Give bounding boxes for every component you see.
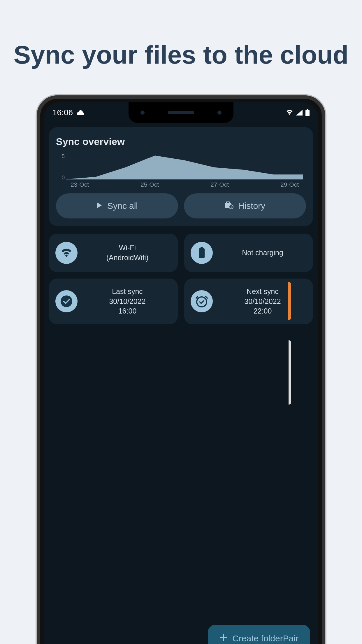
alarm-check-icon [191, 290, 213, 312]
x-tick: 25-Oct [140, 181, 159, 188]
phone-notch [129, 102, 233, 123]
tile-text: 30/10/2022 [244, 297, 281, 305]
tile-text: Wi-Fi [119, 244, 136, 252]
battery-icon [305, 109, 310, 116]
tile-text: Next sync [247, 287, 279, 295]
button-label: History [238, 201, 265, 211]
play-icon [96, 201, 103, 211]
signal-icon [296, 110, 303, 116]
last-sync-card[interactable]: Last sync 30/10/2022 16:00 [49, 279, 178, 324]
tile-text: Last sync [112, 287, 143, 295]
svg-point-9 [197, 297, 207, 307]
phone-side-button [289, 340, 291, 405]
phone-frame: 16:06 [37, 95, 325, 644]
cloud-icon [76, 110, 85, 116]
tile-text: 30/10/2022 [109, 297, 145, 305]
create-folderpair-button[interactable]: Create folderPair [208, 625, 310, 644]
sync-all-button[interactable]: Sync all [56, 193, 178, 218]
svg-rect-0 [307, 109, 308, 110]
check-circle-icon [55, 290, 78, 312]
y-tick: 5 [56, 153, 65, 160]
x-tick: 23-Oct [71, 181, 89, 188]
phone-side-button [288, 282, 291, 320]
battery-status-card[interactable]: Not charging [184, 234, 313, 272]
sync-overview-card: Sync overview 5 0 23-Oct 25-Oct [49, 127, 313, 226]
svg-point-8 [61, 295, 72, 307]
x-tick: 29-Oct [280, 181, 299, 188]
phone-screen: 16:06 [44, 102, 318, 644]
wifi-status-card[interactable]: Wi-Fi (AndroidWifi) [49, 234, 178, 272]
tile-text: (AndroidWifi) [106, 253, 148, 262]
y-tick: 0 [56, 174, 65, 181]
svg-rect-7 [199, 248, 205, 258]
headline: Sync your files to the cloud [0, 0, 362, 95]
battery-icon [191, 242, 213, 264]
main-content: Sync overview 5 0 23-Oct 25-Oct [44, 127, 318, 644]
svg-rect-6 [201, 247, 203, 248]
svg-rect-4 [226, 202, 229, 204]
plus-icon [219, 634, 228, 644]
card-title: Sync overview [56, 136, 306, 147]
wifi-icon [55, 242, 78, 264]
next-sync-card[interactable]: Next sync 30/10/2022 22:00 [184, 279, 313, 324]
tile-text: Not charging [242, 249, 283, 257]
button-label: Sync all [107, 201, 138, 211]
x-tick: 27-Oct [210, 181, 229, 188]
tile-text: 16:00 [118, 307, 137, 315]
history-button[interactable]: History [184, 193, 306, 218]
svg-rect-1 [305, 110, 310, 116]
tile-text: 22:00 [254, 307, 272, 315]
briefcase-clock-icon [225, 201, 233, 211]
sync-chart: 5 0 23-Oct 25-Oct 27-Oct 29-Oct [56, 153, 306, 188]
status-time: 16:06 [52, 108, 73, 117]
button-label: Create folderPair [232, 634, 298, 643]
wifi-icon [286, 110, 293, 116]
